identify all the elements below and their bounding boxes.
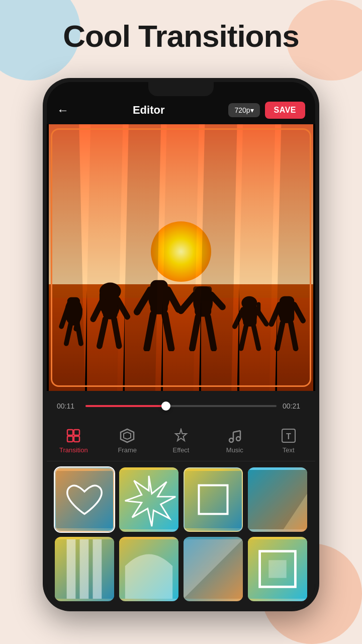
svg-line-18 bbox=[147, 314, 153, 349]
phone-inner: ← Editor 720p▾ SAVE bbox=[47, 82, 315, 607]
transition-thumb-3[interactable] bbox=[184, 467, 243, 532]
svg-line-16 bbox=[137, 290, 150, 312]
timeline-area: 00:11 00:21 bbox=[47, 391, 315, 421]
svg-rect-43 bbox=[67, 436, 73, 442]
svg-line-5 bbox=[77, 321, 81, 344]
svg-rect-36 bbox=[280, 296, 294, 323]
svg-line-37 bbox=[272, 304, 280, 324]
svg-line-19 bbox=[165, 314, 171, 349]
transition-thumb-4[interactable] bbox=[248, 467, 307, 532]
svg-rect-42 bbox=[74, 430, 79, 435]
transition-thumb-6[interactable] bbox=[119, 537, 178, 601]
transition-icon bbox=[66, 428, 81, 443]
time-end: 00:21 bbox=[283, 402, 305, 410]
svg-line-11 bbox=[114, 319, 119, 346]
back-button[interactable]: ← bbox=[57, 103, 69, 117]
vertical-bars-transition-svg bbox=[55, 537, 114, 601]
svg-line-25 bbox=[208, 317, 214, 349]
transition-thumb-2[interactable] bbox=[119, 467, 178, 532]
quality-button[interactable]: 720p▾ bbox=[228, 103, 259, 117]
effect-icon bbox=[173, 428, 189, 443]
starburst-transition-svg bbox=[119, 467, 178, 532]
svg-line-24 bbox=[192, 317, 198, 349]
svg-line-23 bbox=[211, 295, 222, 307]
svg-line-40 bbox=[291, 323, 296, 348]
svg-rect-44 bbox=[74, 436, 79, 442]
music-icon bbox=[227, 428, 242, 443]
svg-marker-45 bbox=[121, 429, 134, 442]
tab-text[interactable]: T Text bbox=[271, 428, 306, 454]
svg-rect-26 bbox=[193, 286, 212, 301]
svg-line-29 bbox=[235, 309, 243, 327]
svg-marker-46 bbox=[124, 432, 131, 439]
editor-title: Editor bbox=[133, 104, 165, 117]
tab-frame[interactable]: Frame bbox=[110, 428, 145, 454]
svg-rect-65 bbox=[93, 539, 102, 599]
svg-rect-15 bbox=[150, 280, 168, 314]
tab-frame-label: Frame bbox=[118, 446, 137, 454]
svg-rect-13 bbox=[100, 291, 106, 311]
tab-music-label: Music bbox=[226, 446, 243, 454]
svg-line-22 bbox=[181, 295, 195, 311]
svg-line-39 bbox=[277, 323, 283, 348]
frame-icon bbox=[120, 428, 135, 443]
svg-line-4 bbox=[66, 321, 71, 344]
svg-rect-64 bbox=[80, 539, 89, 599]
svg-line-31 bbox=[241, 327, 246, 349]
transitions-grid bbox=[47, 461, 315, 607]
frame-box-transition-svg bbox=[248, 537, 307, 601]
tab-transition-label: Transition bbox=[59, 446, 88, 454]
diagonal-transition-svg bbox=[248, 467, 307, 532]
arch-transition-svg bbox=[119, 537, 178, 601]
progress-fill bbox=[85, 405, 166, 407]
transition-thumb-7[interactable] bbox=[184, 537, 243, 601]
text-icon: T bbox=[281, 428, 296, 443]
tab-text-label: Text bbox=[283, 446, 295, 454]
frame-transition-svg bbox=[185, 468, 242, 531]
progress-track[interactable] bbox=[85, 405, 277, 407]
svg-line-2 bbox=[61, 309, 67, 327]
progress-thumb[interactable] bbox=[161, 401, 170, 411]
svg-line-38 bbox=[294, 304, 303, 320]
phone-notch bbox=[148, 82, 214, 96]
svg-rect-55 bbox=[56, 471, 113, 528]
svg-line-17 bbox=[168, 290, 178, 309]
svg-marker-47 bbox=[175, 429, 187, 441]
svg-rect-41 bbox=[67, 430, 73, 435]
video-preview bbox=[47, 124, 315, 391]
tab-effect[interactable]: Effect bbox=[163, 428, 199, 454]
tab-music[interactable]: Music bbox=[217, 428, 252, 454]
silhouettes-svg bbox=[47, 204, 315, 351]
svg-line-10 bbox=[100, 319, 106, 346]
svg-rect-34 bbox=[256, 302, 260, 315]
svg-line-32 bbox=[254, 327, 259, 349]
editor-header: ← Editor 720p▾ SAVE bbox=[47, 96, 315, 124]
transition-thumb-5[interactable] bbox=[55, 537, 114, 601]
svg-rect-58 bbox=[185, 471, 242, 528]
tool-tabs: Transition Frame Effect bbox=[47, 421, 315, 461]
diagonal-split-transition-svg bbox=[184, 537, 243, 601]
svg-text:T: T bbox=[286, 432, 291, 441]
phone-frame: ← Editor 720p▾ SAVE bbox=[43, 78, 319, 611]
header-right: 720p▾ SAVE bbox=[228, 102, 305, 119]
transition-thumb-8[interactable] bbox=[248, 537, 307, 601]
time-start: 00:11 bbox=[57, 402, 79, 410]
page-title: Cool Transitions bbox=[0, 19, 362, 53]
svg-point-33 bbox=[241, 296, 257, 310]
tab-transition[interactable]: Transition bbox=[56, 428, 91, 454]
svg-rect-63 bbox=[67, 539, 76, 599]
heart-transition-svg bbox=[56, 468, 113, 531]
transition-thumb-1[interactable] bbox=[55, 467, 114, 532]
svg-line-52 bbox=[233, 431, 240, 432]
tab-effect-label: Effect bbox=[172, 446, 189, 454]
svg-rect-71 bbox=[268, 560, 286, 578]
save-button[interactable]: SAVE bbox=[265, 102, 305, 119]
